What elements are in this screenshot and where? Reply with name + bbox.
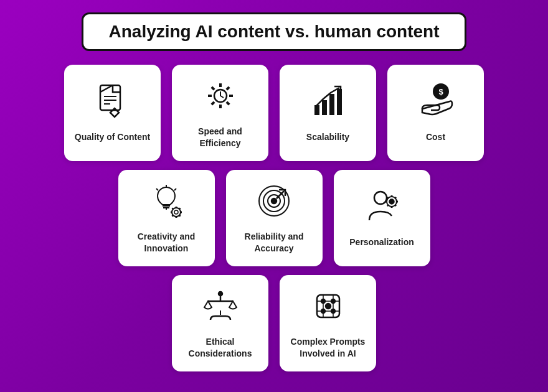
svg-line-11 <box>211 87 214 90</box>
person-gear-icon <box>363 188 400 230</box>
card-creativity-and-innovation: Creativity and Innovation <box>118 170 215 266</box>
page-title: Analyzing AI content vs. human content <box>108 22 439 42</box>
svg-line-1 <box>100 85 113 92</box>
svg-point-67 <box>331 309 335 313</box>
quality-of-content-label: Quality of Content <box>75 131 150 142</box>
document-diamond-icon <box>94 83 131 125</box>
gear-clock-icon <box>202 77 239 119</box>
speed-and-efficiency-label: Speed and Efficiency <box>178 126 262 148</box>
svg-line-52 <box>395 197 396 198</box>
reliability-and-accuracy-label: Reliability and Accuracy <box>232 231 316 253</box>
svg-line-37 <box>172 215 173 217</box>
svg-rect-17 <box>314 105 319 115</box>
scalability-label: Scalability <box>306 131 349 142</box>
card-personalization: Personalization <box>334 170 430 266</box>
svg-point-38 <box>174 210 178 214</box>
svg-line-50 <box>387 197 389 198</box>
svg-text:$: $ <box>438 87 443 96</box>
card-speed-and-efficiency: Speed and Efficiency <box>172 65 268 161</box>
svg-rect-19 <box>329 94 334 115</box>
card-ethical-considerations: Ethical Considerations <box>172 275 268 371</box>
svg-line-12 <box>226 102 229 105</box>
svg-line-28 <box>174 189 176 190</box>
svg-rect-20 <box>337 89 342 115</box>
svg-line-27 <box>156 189 158 190</box>
svg-point-42 <box>272 198 276 203</box>
cost-label: Cost <box>426 131 445 142</box>
cards-grid: Quality of Content <box>19 65 529 371</box>
svg-line-34 <box>172 208 173 210</box>
svg-rect-18 <box>322 100 327 115</box>
target-arrow-icon <box>255 182 293 225</box>
svg-line-35 <box>179 215 181 217</box>
row-2: Creativity and Innovation Reliability an… <box>118 170 430 266</box>
svg-line-51 <box>395 205 396 206</box>
svg-line-53 <box>387 205 389 206</box>
card-complex-prompts: Complex Prompts Involved in AI <box>280 275 376 371</box>
card-reliability-and-accuracy: Reliability and Accuracy <box>226 170 323 266</box>
svg-point-54 <box>390 200 394 204</box>
svg-point-68 <box>326 304 331 309</box>
row-1: Quality of Content <box>64 65 484 161</box>
creativity-and-innovation-label: Creativity and Innovation <box>125 231 209 253</box>
ethical-considerations-label: Ethical Considerations <box>178 336 262 358</box>
svg-point-64 <box>321 299 325 303</box>
svg-line-13 <box>226 87 229 90</box>
bar-chart-arrow-icon <box>309 83 347 125</box>
bulb-gear-icon <box>148 182 185 225</box>
complex-prompts-icon <box>309 287 347 330</box>
svg-line-14 <box>211 102 214 105</box>
svg-point-65 <box>331 299 335 303</box>
title-box: Analyzing AI content vs. human content <box>82 12 466 51</box>
card-cost: $ Cost <box>387 65 484 161</box>
svg-point-44 <box>374 192 387 204</box>
svg-rect-0 <box>100 85 120 110</box>
personalization-label: Personalization <box>349 236 413 248</box>
card-quality-of-content: Quality of Content <box>64 65 161 161</box>
card-scalability: Scalability <box>280 65 376 161</box>
scales-hand-icon <box>202 287 239 330</box>
hand-coin-icon: $ <box>417 83 455 125</box>
svg-point-66 <box>321 309 325 313</box>
complex-prompts-label: Complex Prompts Involved in AI <box>286 336 370 358</box>
svg-line-16 <box>220 96 224 98</box>
svg-line-36 <box>179 208 181 210</box>
row-3: Ethical Considerations Complex <box>172 275 376 371</box>
svg-point-57 <box>219 292 222 296</box>
